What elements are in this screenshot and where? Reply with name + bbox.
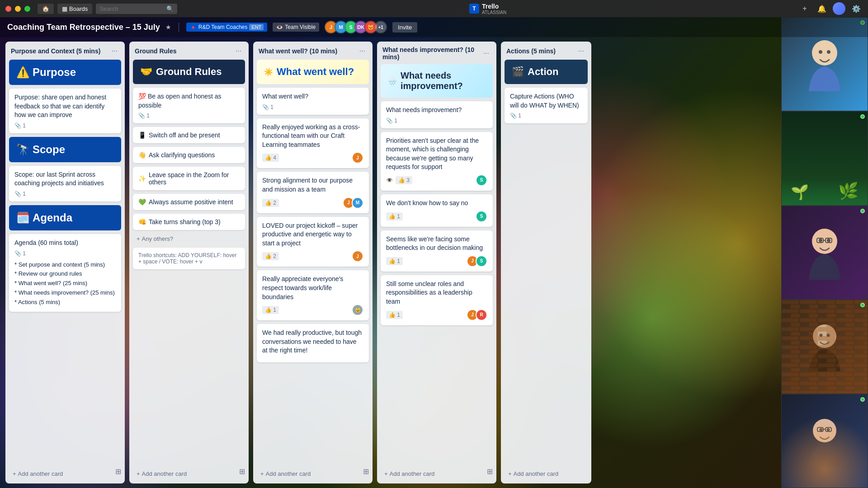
settings-button[interactable]: ⚙️ — [850, 2, 863, 15]
add-card-actions[interactable]: + Add another card — [505, 468, 588, 480]
visible-tag[interactable]: 👁️ Team Visible — [273, 23, 319, 32]
template-icon-2[interactable]: ⊞ — [239, 467, 245, 476]
agenda-text: Agenda (60 mins total) — [14, 239, 116, 248]
avatar-j: J — [352, 152, 363, 164]
card-say-no[interactable]: We don't know how to say no 👍 1 S — [381, 194, 493, 227]
card-alignment[interactable]: Strong alignment to our purpose and miss… — [257, 172, 369, 213]
add-card-purpose[interactable]: + Add another card — [9, 468, 121, 480]
notification-button[interactable]: 🔔 — [816, 2, 828, 15]
card-scope-header[interactable]: 🔭 Scope — [9, 137, 121, 162]
rnd-tag[interactable]: 🔺 R&D Team Coaches ENT — [186, 23, 268, 32]
search-input[interactable] — [96, 4, 177, 14]
minimize-button[interactable] — [15, 6, 21, 12]
star-button[interactable]: ★ — [165, 23, 171, 31]
member-avatars: J M S DK 🐱 +1 — [325, 21, 387, 33]
video-slot-5[interactable] — [781, 394, 868, 488]
card-priorities[interactable]: Priorities aren't super clear at the mom… — [381, 132, 493, 191]
card-shortcut[interactable]: Trello shortcuts: ADD YOURSELF: hover + … — [133, 248, 245, 269]
card-rule-1[interactable]: 💯 Be as open and honest as possible 📎 1 — [133, 88, 245, 123]
card-ground-rules-header[interactable]: 🤝 Ground Rules — [133, 60, 245, 84]
card-rule-3[interactable]: 👋 Ask clarifying questions — [133, 147, 245, 163]
add-card-ground-rules-icon: + — [137, 470, 140, 477]
plant-icon-1: 🌱 — [791, 183, 809, 201]
home-button[interactable]: 🏠 — [38, 4, 54, 14]
trello-logo-icon: T — [469, 4, 479, 14]
member-avatar-plus[interactable]: +1 — [374, 21, 387, 33]
user-avatar[interactable] — [833, 2, 845, 15]
card-purpose-header[interactable]: ⚠️ Purpose — [9, 60, 121, 85]
card-needs-improvement-header[interactable]: 🌧️ What needs improvement? — [381, 64, 493, 98]
say-no-votes: 👍 1 — [386, 212, 403, 221]
rnd-tag-label: R&D Team Coaches — [198, 24, 248, 30]
template-icon[interactable]: ⊞ — [115, 467, 121, 476]
card-agenda-header[interactable]: 🗓️ Agenda — [9, 205, 121, 230]
card-capture-actions[interactable]: Capture Actions (WHO will do WHAT by WHE… — [505, 88, 588, 123]
column-actions-menu[interactable]: ··· — [576, 46, 586, 56]
column-actions-footer: + Add another card — [501, 465, 591, 483]
column-went-well-menu[interactable]: ··· — [358, 46, 367, 56]
add-card-needs-improvement-label: Add another card — [390, 470, 435, 477]
ground-rules-others[interactable]: + Any others? — [133, 234, 245, 244]
card-bottlenecks[interactable]: Seems like we're facing some bottlenecks… — [381, 230, 493, 272]
card-kickoff[interactable]: LOVED our project kickoff – super produc… — [257, 217, 369, 267]
card-needs-improvement-prompt[interactable]: What needs improvement? 📎 1 — [381, 101, 493, 128]
card-cross-functional[interactable]: Really enjoyed working as a cross-functi… — [257, 118, 369, 169]
close-button[interactable] — [5, 6, 11, 12]
video-slot-4[interactable] — [781, 300, 868, 394]
agenda-meta: 📎 1 — [14, 250, 116, 257]
card-agenda-text[interactable]: Agenda (60 mins total) 📎 1 * Set purpose… — [9, 234, 121, 312]
rule-1-meta: 📎 1 — [138, 113, 240, 119]
template-icon-3[interactable]: ⊞ — [363, 467, 369, 476]
avatar-r: R — [476, 309, 487, 321]
card-rule-5[interactable]: 💚 Always assume positive intent — [133, 194, 245, 210]
card-went-well-prompt[interactable]: What went well? 📎 1 — [257, 88, 369, 115]
card-went-well-header[interactable]: ☀️ What went well? — [257, 60, 369, 84]
column-purpose-menu[interactable]: ··· — [110, 46, 119, 56]
card-roles[interactable]: Still some unclear roles and responsibil… — [381, 275, 493, 325]
add-card-ground-rules[interactable]: + Add another card — [133, 468, 245, 480]
invite-button[interactable]: Invite — [392, 22, 417, 33]
card-productive[interactable]: We had really productive, but tough conv… — [257, 324, 369, 362]
card-rule-2[interactable]: 📱 Switch off and be present — [133, 127, 245, 143]
video-slot-3[interactable] — [781, 206, 868, 300]
maximize-button[interactable] — [24, 6, 30, 12]
shortcut-text: Trello shortcuts: ADD YOURSELF: hover + … — [138, 252, 236, 265]
say-no-text: We don't know how to say no — [386, 199, 487, 208]
capture-actions-attachment: 📎 1 — [510, 113, 521, 119]
bell-icon: 🔔 — [817, 5, 826, 13]
add-card-purpose-label: Add another card — [18, 470, 63, 477]
priorities-text: Priorities aren't super clear at the mom… — [386, 136, 487, 172]
purpose-attachment: 📎 1 — [14, 122, 26, 129]
rule-5-text: Always assume positive intent — [149, 198, 233, 206]
home-icon: 🏠 — [42, 5, 49, 12]
boards-grid-icon: ▦ — [62, 5, 67, 12]
atlassian-name: ATLASSIAN — [482, 10, 506, 15]
card-scope-text[interactable]: Scope: our last Sprint across coaching p… — [9, 166, 121, 202]
card-rule-4[interactable]: ✨ Leave space in the Zoom for others — [133, 167, 245, 190]
productive-text: We had really productive, but tough conv… — [262, 328, 363, 355]
avatar-j3: J — [352, 250, 363, 262]
boards-button[interactable]: ▦ Boards — [57, 4, 92, 14]
needs-improvement-prompt-meta: 📎 1 — [386, 117, 487, 124]
card-purpose-text[interactable]: Purpose: share open and honest feedback … — [9, 89, 121, 133]
column-needs-improvement-menu[interactable]: ··· — [481, 48, 491, 58]
add-button[interactable]: + — [798, 2, 811, 15]
board-title: Coaching Team Retrospective – 15 July — [7, 23, 160, 32]
went-well-prompt-attachment: 📎 1 — [262, 104, 274, 110]
cross-functional-votes: 👍 4 — [262, 154, 279, 162]
card-boundaries[interactable]: Really appreciate everyone's respect tow… — [257, 270, 369, 320]
add-card-went-well[interactable]: + Add another card — [257, 468, 369, 480]
roles-votes: 👍 1 — [386, 311, 403, 319]
column-actions-title: Actions (5 mins) — [506, 47, 576, 55]
card-actions-header[interactable]: 🎬 Action — [505, 60, 588, 84]
column-ground-rules-menu[interactable]: ··· — [234, 46, 243, 56]
video-slot-2[interactable]: 🌱 🌿 — [781, 111, 868, 205]
add-card-actions-label: Add another card — [514, 470, 559, 477]
rule-4-emoji: ✨ — [138, 175, 146, 182]
add-card-needs-improvement[interactable]: + Add another card — [381, 468, 493, 480]
template-icon-4[interactable]: ⊞ — [487, 467, 493, 476]
went-well-emoji: ☀️ — [264, 68, 273, 76]
went-well-title-text: What went well? — [277, 66, 354, 78]
scope-title-text: Scope — [33, 143, 65, 156]
card-rule-6[interactable]: 👊 Take turns sharing (top 3) — [133, 214, 245, 230]
